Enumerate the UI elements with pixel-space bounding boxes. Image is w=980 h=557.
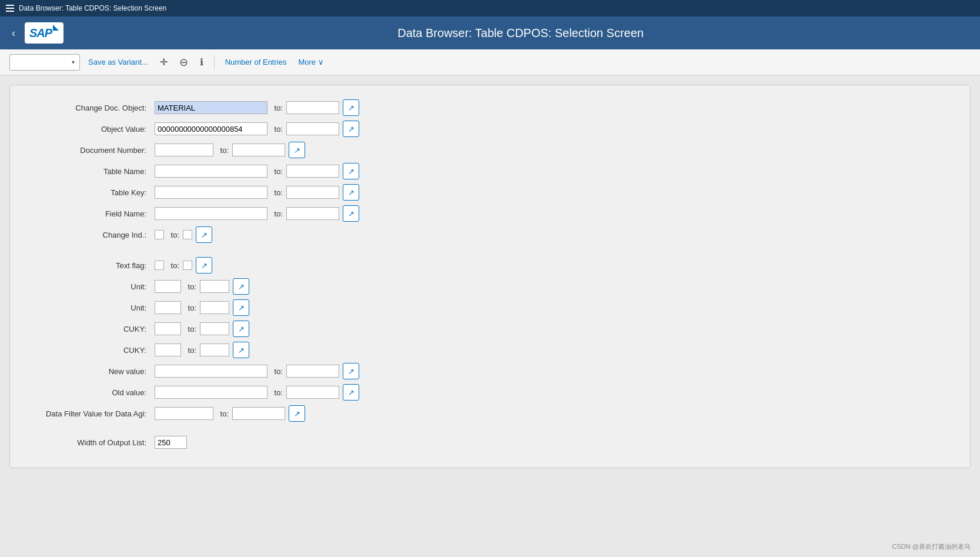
input-change-doc-object-to[interactable] xyxy=(286,101,339,114)
label-cuky-1: CUKY: xyxy=(34,325,151,333)
input-unit-2[interactable] xyxy=(155,301,181,314)
nav-btn-new-value[interactable]: ↗ xyxy=(343,363,359,379)
number-of-entries-button[interactable]: Number of Entries xyxy=(222,55,290,69)
input-text-flag[interactable] xyxy=(155,261,164,270)
to-label-1: to: xyxy=(271,104,283,112)
nav-btn-document-number[interactable]: ↗ xyxy=(289,142,305,158)
header-bar: ‹ SAP Data Browser: Table CDPOS: Selecti… xyxy=(0,16,980,49)
navigate-icon: ↗ xyxy=(348,104,354,112)
nav-btn-unit-2[interactable]: ↗ xyxy=(233,299,249,316)
input-document-number-to[interactable] xyxy=(232,144,285,156)
save-variant-button[interactable]: Save as Variant... xyxy=(85,55,152,69)
input-text-flag-to[interactable] xyxy=(183,261,192,270)
title-bar: Data Browser: Table CDPOS: Selection Scr… xyxy=(0,0,980,16)
input-document-number[interactable] xyxy=(155,144,213,156)
input-field-name-to[interactable] xyxy=(286,207,339,220)
circle-minus-button[interactable]: ⊖ xyxy=(176,54,192,71)
input-field-name[interactable] xyxy=(155,207,267,220)
input-object-value-to[interactable] xyxy=(286,122,339,135)
input-output-list[interactable] xyxy=(155,436,187,449)
save-variant-label: Save as Variant... xyxy=(88,58,148,66)
navigate-icon-7: ↗ xyxy=(201,231,208,239)
label-change-ind: Change Ind.: xyxy=(34,231,151,239)
sap-logo-text: SAP xyxy=(29,26,52,40)
input-old-value-to[interactable] xyxy=(286,386,339,399)
input-cuky-2-to[interactable] xyxy=(200,343,229,356)
input-table-name-to[interactable] xyxy=(286,165,339,178)
form-row-output-list: Width of Output List: xyxy=(34,436,946,449)
form-row-table-name: Table Name: to: ↗ xyxy=(34,163,946,179)
nav-btn-table-key[interactable]: ↗ xyxy=(343,184,359,201)
back-button[interactable]: ‹ xyxy=(12,28,15,38)
to-label-14: to: xyxy=(271,388,283,397)
chevron-down-icon: ▾ xyxy=(72,59,75,65)
form-row-old-value: Old value: to: ↗ xyxy=(34,384,946,401)
navigate-icon-10: ↗ xyxy=(238,303,245,312)
nav-btn-change-ind[interactable]: ↗ xyxy=(196,226,212,243)
navigate-icon-5: ↗ xyxy=(348,188,354,197)
nav-btn-old-value[interactable]: ↗ xyxy=(343,384,359,401)
label-field-name: Field Name: xyxy=(34,209,151,218)
info-button[interactable]: ℹ xyxy=(196,54,207,70)
nav-btn-field-name[interactable]: ↗ xyxy=(343,205,359,222)
input-data-filter[interactable] xyxy=(155,407,213,420)
input-cuky-1-to[interactable] xyxy=(200,322,229,335)
input-table-name[interactable] xyxy=(155,165,267,178)
sap-triangle-icon xyxy=(53,25,59,31)
section-gap-1 xyxy=(34,248,946,257)
main-content: Change Doc. Object: to: ↗ Object Value: … xyxy=(0,75,980,556)
form-row-field-name: Field Name: to: ↗ xyxy=(34,205,946,222)
nav-btn-unit-1[interactable]: ↗ xyxy=(233,278,249,295)
label-new-value: New value: xyxy=(34,367,151,376)
header-title: Data Browser: Table CDPOS: Selection Scr… xyxy=(73,26,968,40)
form-row-document-number: Document Number: to: ↗ xyxy=(34,142,946,158)
nav-btn-change-doc-object[interactable]: ↗ xyxy=(343,99,359,116)
info-icon: ℹ xyxy=(200,56,203,68)
navigate-icon-13: ↗ xyxy=(348,367,354,376)
label-text-flag: Text flag: xyxy=(34,261,151,270)
nav-btn-text-flag[interactable]: ↗ xyxy=(196,257,212,274)
more-chevron-icon: ∨ xyxy=(318,58,324,66)
input-old-value[interactable] xyxy=(155,386,267,399)
number-of-entries-label: Number of Entries xyxy=(225,58,287,66)
input-cuky-2[interactable] xyxy=(155,343,181,356)
nav-btn-data-filter[interactable]: ↗ xyxy=(289,405,305,422)
form-panel: Change Doc. Object: to: ↗ Object Value: … xyxy=(9,85,971,468)
input-change-ind[interactable] xyxy=(155,230,164,239)
label-change-doc-object: Change Doc. Object: xyxy=(34,104,151,112)
input-change-ind-to[interactable] xyxy=(183,230,192,239)
to-label-2: to: xyxy=(271,125,283,134)
input-unit-1[interactable] xyxy=(155,280,181,293)
input-table-key-to[interactable] xyxy=(286,186,339,199)
nav-btn-table-name[interactable]: ↗ xyxy=(343,163,359,179)
to-label-15: to: xyxy=(217,409,229,418)
input-new-value[interactable] xyxy=(155,365,267,378)
form-row-change-ind: Change Ind.: to: ↗ xyxy=(34,226,946,243)
form-row-text-flag: Text flag: to: ↗ xyxy=(34,257,946,274)
navigate-icon-14: ↗ xyxy=(348,388,354,397)
nav-btn-cuky-1[interactable]: ↗ xyxy=(233,321,249,337)
section-gap-2 xyxy=(34,426,946,436)
nav-btn-object-value[interactable]: ↗ xyxy=(343,121,359,137)
input-unit-1-to[interactable] xyxy=(200,280,229,293)
toolbar-separator xyxy=(214,55,215,69)
to-label-12: to: xyxy=(185,346,196,355)
to-label-11: to: xyxy=(185,325,196,333)
input-change-doc-object[interactable] xyxy=(155,101,267,114)
to-label-7: to: xyxy=(168,231,179,239)
more-label: More xyxy=(298,58,316,66)
input-object-value[interactable] xyxy=(155,122,267,135)
variant-dropdown[interactable]: ▾ xyxy=(9,54,80,71)
move-icon-button[interactable]: ✛ xyxy=(156,54,171,70)
hamburger-menu-icon[interactable] xyxy=(6,5,14,12)
to-label-5: to: xyxy=(271,188,283,197)
input-unit-2-to[interactable] xyxy=(200,301,229,314)
nav-btn-cuky-2[interactable]: ↗ xyxy=(233,342,249,358)
more-button[interactable]: More ∨ xyxy=(295,55,327,69)
input-table-key[interactable] xyxy=(155,186,267,199)
to-label-8: to: xyxy=(168,261,179,270)
input-new-value-to[interactable] xyxy=(286,365,339,378)
navigate-icon-11: ↗ xyxy=(238,325,245,333)
input-data-filter-to[interactable] xyxy=(232,407,285,420)
input-cuky-1[interactable] xyxy=(155,322,181,335)
